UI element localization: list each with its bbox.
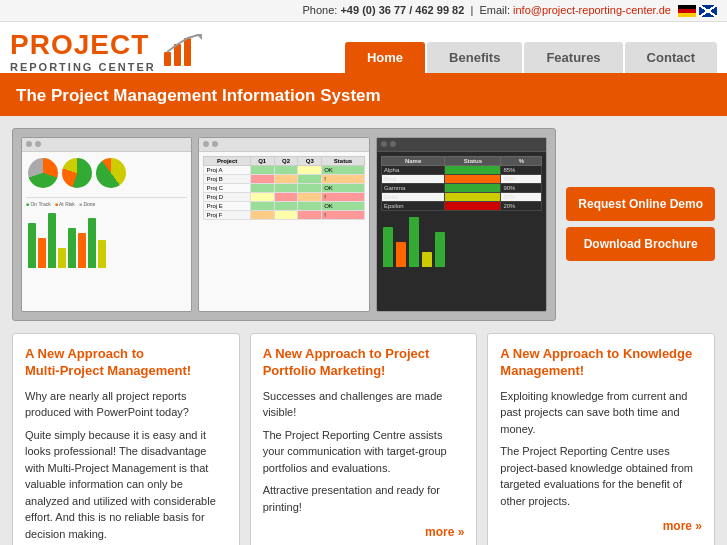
cell-q3 bbox=[298, 192, 322, 201]
cell-project: Proj C bbox=[204, 183, 250, 192]
pie-charts-area bbox=[26, 156, 187, 190]
table-row: Proj A OK bbox=[204, 165, 364, 174]
table-row: Proj F ! bbox=[204, 210, 364, 219]
screenshot-section: ■ On Track ■ At Risk ■ Done bbox=[12, 128, 715, 321]
card-title-2: A New Approach to Project Portfolio Mark… bbox=[263, 346, 465, 380]
request-demo-button[interactable]: Request Online Demo bbox=[566, 187, 715, 221]
table-row: Gamma 90% bbox=[381, 183, 541, 192]
table-header-q2: Q2 bbox=[274, 156, 298, 165]
cell-q3 bbox=[298, 210, 322, 219]
logo-chart-icon bbox=[162, 34, 202, 70]
legend-area: ■ On Track ■ At Risk ■ Done bbox=[26, 197, 187, 207]
table-header-q1: Q1 bbox=[250, 156, 274, 165]
bar bbox=[78, 233, 86, 268]
card-portfolio: A New Approach to Project Portfolio Mark… bbox=[250, 333, 478, 545]
cell-status: OK bbox=[322, 201, 365, 210]
cta-buttons-area: Request Online Demo Download Brochure bbox=[566, 128, 715, 321]
card-more-link-2[interactable]: more » bbox=[263, 523, 465, 541]
cell-q2 bbox=[274, 192, 298, 201]
cell-project: Proj E bbox=[204, 201, 250, 210]
card-para-2: Quite simply because it is easy and it l… bbox=[25, 427, 227, 543]
cell-q1 bbox=[250, 174, 274, 183]
nav-tab-contact[interactable]: Contact bbox=[625, 42, 717, 73]
bar bbox=[38, 238, 46, 268]
table-row: Beta 42% bbox=[381, 174, 541, 183]
logo-icon bbox=[162, 34, 202, 70]
svg-rect-2 bbox=[184, 38, 191, 66]
bar bbox=[409, 217, 419, 267]
bar bbox=[383, 227, 393, 267]
cell: Alpha bbox=[381, 165, 444, 174]
cell-q1 bbox=[250, 210, 274, 219]
screenshots-container: ■ On Track ■ At Risk ■ Done bbox=[12, 128, 556, 321]
bar bbox=[68, 228, 76, 268]
cell-status: ! bbox=[322, 210, 365, 219]
screen-dot bbox=[35, 141, 41, 147]
cell: Gamma bbox=[381, 183, 444, 192]
main-content: ■ On Track ■ At Risk ■ Done bbox=[0, 116, 727, 545]
bar bbox=[98, 240, 106, 268]
cell-q2 bbox=[274, 183, 298, 192]
cell-status: OK bbox=[322, 183, 365, 192]
bar bbox=[48, 213, 56, 268]
bar-chart bbox=[26, 210, 187, 270]
table-header-project: Project bbox=[204, 156, 250, 165]
cell bbox=[445, 165, 501, 174]
card-more-link-3[interactable]: more » bbox=[500, 517, 702, 535]
screen-header-2 bbox=[199, 138, 368, 152]
table-header-status: Status bbox=[322, 156, 365, 165]
cell: Epsilon bbox=[381, 201, 444, 210]
cell: Beta bbox=[381, 174, 444, 183]
cell-q1 bbox=[250, 192, 274, 201]
card-para-3: Attractive presentation and ready for pr… bbox=[263, 482, 465, 515]
cell-q3 bbox=[298, 174, 322, 183]
screen-dot bbox=[212, 141, 218, 147]
cell-q2 bbox=[274, 174, 298, 183]
main-nav: Home Benefits Features Contact bbox=[345, 42, 717, 73]
bar bbox=[396, 242, 406, 267]
bar bbox=[435, 232, 445, 267]
screen-header-1 bbox=[22, 138, 191, 152]
email-label: Email: bbox=[479, 4, 510, 16]
dark-bar-chart bbox=[381, 217, 542, 267]
screenshot-panel-3: Name Status % Alpha 85% bbox=[376, 137, 547, 312]
dark-table-wrapper: Name Status % Alpha 85% bbox=[381, 156, 542, 307]
email-link[interactable]: info@project-reporting-center.de bbox=[513, 4, 671, 16]
pie-chart-1 bbox=[28, 158, 58, 188]
flag-icons bbox=[678, 5, 717, 17]
nav-tab-benefits[interactable]: Benefits bbox=[427, 42, 522, 73]
nav-tab-features[interactable]: Features bbox=[524, 42, 622, 73]
screenshot-panel-2: Project Q1 Q2 Q3 Status Proj bbox=[198, 137, 369, 312]
download-brochure-button[interactable]: Download Brochure bbox=[566, 227, 715, 261]
bar bbox=[58, 248, 66, 268]
table-header: Status bbox=[445, 156, 501, 165]
cell-q1 bbox=[250, 165, 274, 174]
nav-tab-home[interactable]: Home bbox=[345, 42, 425, 73]
screen-body-3: Name Status % Alpha 85% bbox=[377, 152, 546, 311]
cell: 20% bbox=[501, 201, 542, 210]
screen-dot bbox=[203, 141, 209, 147]
screen-dot bbox=[390, 141, 396, 147]
table-row: Delta 67% bbox=[381, 192, 541, 201]
flag-germany-icon[interactable] bbox=[678, 5, 696, 17]
phone-label: Phone: bbox=[303, 4, 338, 16]
cell: 85% bbox=[501, 165, 542, 174]
table-row: Alpha 85% bbox=[381, 165, 541, 174]
cell-project: Proj D bbox=[204, 192, 250, 201]
cell: 90% bbox=[501, 183, 542, 192]
cards-section: A New Approach to Multi-Project Manageme… bbox=[12, 333, 715, 545]
cell-q1 bbox=[250, 201, 274, 210]
cell-project: Proj B bbox=[204, 174, 250, 183]
flag-uk-icon[interactable] bbox=[699, 5, 717, 17]
card-para-1: Why are nearly all project reports produ… bbox=[25, 388, 227, 421]
card-title-1: A New Approach to Multi-Project Manageme… bbox=[25, 346, 227, 380]
bar bbox=[422, 252, 432, 267]
table-header-q3: Q3 bbox=[298, 156, 322, 165]
card-para-1: Successes and challenges are made visibl… bbox=[263, 388, 465, 421]
card-para-2: The Project Reporting Centre assists you… bbox=[263, 427, 465, 477]
logo: PROJECT REPORTING CENTER bbox=[10, 30, 202, 73]
card-para-2: The Project Reporting Centre uses projec… bbox=[500, 443, 702, 509]
table-row: Proj D ! bbox=[204, 192, 364, 201]
cell bbox=[445, 192, 501, 201]
mini-table-wrapper: Project Q1 Q2 Q3 Status Proj bbox=[203, 156, 364, 307]
